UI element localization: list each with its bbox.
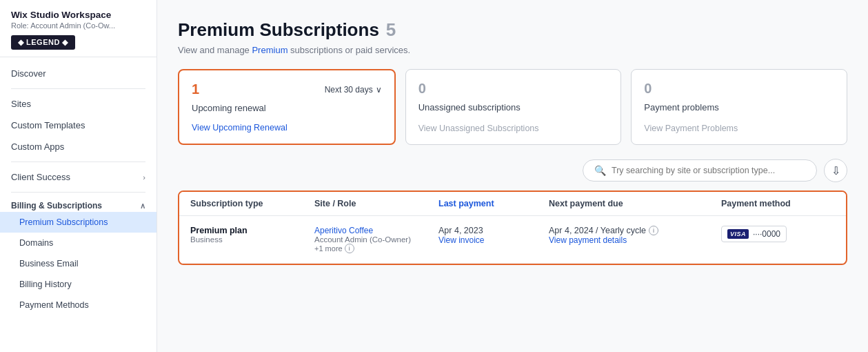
sidebar-header: Wix Studio Workspace Role: Account Admin…: [0, 0, 157, 57]
site-name[interactable]: Aperitivo Coffee: [314, 226, 438, 235]
view-payment-details-link[interactable]: View payment details: [549, 235, 721, 245]
info-icon[interactable]: i: [649, 226, 658, 235]
chevron-down-icon: ∨: [376, 85, 382, 95]
subscription-type-cell: Premium plan Business: [190, 226, 314, 244]
page-subtitle: View and manage Premium subscriptions or…: [178, 45, 847, 55]
sidebar-item-sites[interactable]: Sites: [0, 93, 157, 115]
row-actions-cell: ···: [845, 226, 847, 245]
site-role: Account Admin (Co-Owner): [314, 235, 438, 244]
site-more: +1 more i: [314, 244, 354, 253]
view-upcoming-renewal-link[interactable]: View Upcoming Renewal: [192, 117, 382, 133]
cards-row: 1 Next 30 days ∨ Upcoming renewal View U…: [178, 69, 847, 145]
card-unassigned-subscriptions: 0 Unassigned subscriptions View Unassign…: [405, 69, 622, 145]
subscription-type-plan: Business: [190, 235, 314, 244]
sidebar-item-label: Discover: [11, 68, 46, 79]
sidebar-item-billing-subscriptions[interactable]: Billing & Subscriptions ∧: [0, 197, 157, 212]
sidebar: Wix Studio Workspace Role: Account Admin…: [0, 0, 157, 352]
sidebar-item-discover[interactable]: Discover: [0, 63, 157, 84]
sidebar-item-business-email[interactable]: Business Email: [0, 253, 157, 274]
page-title-row: Premium Subscriptions 5: [178, 19, 847, 41]
sidebar-item-custom-apps[interactable]: Custom Apps: [0, 136, 157, 157]
search-input[interactable]: [612, 166, 805, 175]
sidebar-item-premium-subscriptions[interactable]: Premium Subscriptions: [0, 212, 157, 233]
legend-button[interactable]: ◆ LEGEND ◆: [11, 35, 75, 50]
card-top: 1 Next 30 days ∨: [192, 81, 382, 97]
table-row: Premium plan Business Aperitivo Coffee A…: [179, 216, 846, 264]
unassigned-label: Unassigned subscriptions: [418, 102, 609, 113]
search-icon: 🔍: [594, 165, 606, 176]
sidebar-item-label: Billing & Subscriptions: [11, 201, 102, 211]
sidebar-item-custom-templates[interactable]: Custom Templates: [0, 115, 157, 136]
subscription-type-name: Premium plan: [190, 226, 314, 235]
site-role-cell: Aperitivo Coffee Account Admin (Co-Owner…: [314, 226, 438, 253]
subscriptions-table: Subscription type Site / Role Last payme…: [178, 190, 847, 265]
card-payment-problems: 0 Payment problems View Payment Problems: [631, 69, 847, 145]
view-unassigned-link[interactable]: View Unassigned Subscriptions: [418, 118, 609, 133]
info-icon[interactable]: i: [345, 244, 354, 253]
view-invoice-link[interactable]: View invoice: [438, 235, 549, 245]
chevron-right-icon: ›: [143, 173, 145, 182]
sidebar-item-label: Sites: [11, 99, 31, 109]
page-title-count: 5: [386, 19, 396, 41]
search-row: 🔍 ⇩: [178, 159, 847, 182]
card-upcoming-renewal: 1 Next 30 days ∨ Upcoming renewal View U…: [178, 69, 396, 145]
page-title: Premium Subscriptions: [178, 19, 379, 41]
visa-logo: VISA: [727, 229, 749, 239]
workspace-name: Wix Studio Workspace: [11, 10, 145, 20]
last-payment-cell: Apr 4, 2023 View invoice: [438, 226, 549, 245]
header-next-payment: Next payment due: [549, 199, 721, 208]
card-top: 0: [418, 81, 609, 97]
sidebar-item-label: Business Email: [19, 259, 78, 268]
sidebar-item-label: Billing History: [19, 280, 72, 289]
sidebar-item-label: Domains: [19, 238, 53, 248]
last-payment-date: Apr 4, 2023: [438, 226, 549, 235]
payment-card-number: ····0000: [753, 229, 780, 239]
upcoming-renewal-label: Upcoming renewal: [192, 103, 382, 113]
sidebar-item-label: Custom Apps: [11, 141, 64, 152]
sidebar-item-client-success[interactable]: Client Success ›: [0, 166, 157, 188]
chevron-up-icon: ∧: [140, 202, 145, 211]
view-payment-problems-link[interactable]: View Payment Problems: [644, 118, 834, 133]
header-actions: [845, 199, 847, 208]
subtitle-highlight: Premium: [252, 45, 287, 55]
header-site-role: Site / Role: [314, 199, 438, 208]
workspace-role: Role: Account Admin (Co-Ow...: [11, 21, 145, 30]
header-payment-method: Payment method: [721, 199, 845, 208]
sidebar-item-label: Custom Templates: [11, 120, 85, 130]
search-box: 🔍: [583, 159, 817, 182]
payment-method-cell: VISA ····0000: [721, 226, 845, 242]
sidebar-item-label: Payment Methods: [19, 300, 89, 310]
upcoming-renewal-number: 1: [192, 81, 199, 97]
header-last-payment: Last payment: [438, 199, 549, 208]
download-button[interactable]: ⇩: [824, 159, 847, 182]
sidebar-item-payment-methods[interactable]: Payment Methods: [0, 295, 157, 315]
filter-label: Next 30 days: [325, 85, 373, 95]
table-header: Subscription type Site / Role Last payme…: [179, 192, 846, 216]
sidebar-item-label: Client Success: [11, 172, 70, 182]
payment-problems-label: Payment problems: [644, 102, 834, 113]
next-payment-cell: Apr 4, 2024 / Yearly cycle i View paymen…: [549, 226, 721, 245]
sidebar-item-domains[interactable]: Domains: [0, 233, 157, 253]
main-content: Premium Subscriptions 5 View and manage …: [157, 0, 868, 352]
upcoming-renewal-filter[interactable]: Next 30 days ∨: [325, 85, 382, 95]
payment-badge: VISA ····0000: [721, 226, 787, 242]
sidebar-item-label: Premium Subscriptions: [19, 217, 108, 227]
unassigned-number: 0: [418, 81, 426, 97]
download-icon: ⇩: [831, 164, 840, 177]
sidebar-nav: Discover Sites Custom Templates Custom A…: [0, 57, 157, 352]
card-top: 0: [644, 81, 834, 97]
sidebar-item-billing-history[interactable]: Billing History: [0, 274, 157, 295]
payment-problems-number: 0: [644, 81, 652, 97]
next-payment-date: Apr 4, 2024 / Yearly cycle: [549, 226, 646, 235]
header-subscription-type: Subscription type: [190, 199, 314, 208]
